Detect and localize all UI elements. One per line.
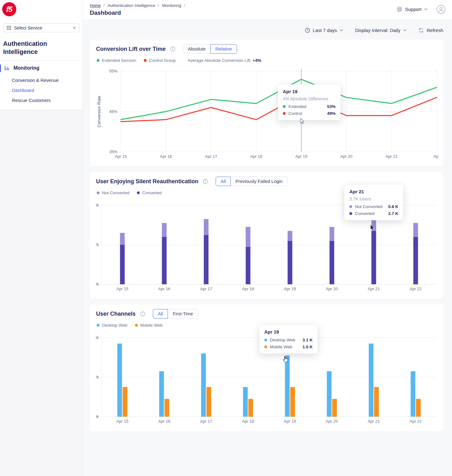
bar-mobile-web[interactable] bbox=[207, 387, 211, 417]
sidebar-item-monitoring[interactable]: Monitoring bbox=[0, 61, 83, 74]
x-axis-tick: Apr 15 bbox=[116, 419, 128, 424]
bar-mobile-web[interactable] bbox=[164, 399, 169, 417]
bar-mobile-web[interactable] bbox=[123, 387, 127, 417]
toggle-previously-failed-login[interactable]: Previously Failed Login bbox=[230, 177, 288, 186]
legend-label: Desktop Web bbox=[102, 323, 127, 328]
x-axis-tick: Apr 21 bbox=[368, 419, 380, 424]
info-icon[interactable] bbox=[170, 46, 175, 52]
bar-segment-not-converted[interactable] bbox=[413, 223, 418, 237]
bar-mobile-web[interactable] bbox=[248, 399, 253, 417]
x-axis-tick: Apr 16 bbox=[160, 154, 172, 159]
select-service-label: Select Service bbox=[14, 25, 70, 30]
select-service-dropdown[interactable]: Select Service bbox=[3, 23, 79, 32]
tooltip-title: Apr 21 bbox=[349, 189, 398, 194]
bar-mobile-web[interactable] bbox=[290, 387, 295, 417]
bar-mobile-web[interactable] bbox=[374, 387, 379, 417]
sidebar-item-rescue-customers[interactable]: Rescue Customers bbox=[0, 95, 83, 105]
sidebar: f5 Select Service Authentication Intelli… bbox=[0, 0, 83, 476]
bar-mobile-web[interactable] bbox=[416, 399, 421, 417]
tooltip-row: Extended 53% bbox=[283, 104, 336, 109]
bar-segment-converted[interactable] bbox=[330, 241, 334, 284]
bar-segment-not-converted[interactable] bbox=[288, 231, 292, 241]
line-chart-conversion-lift[interactable]: 35%45%55%Apr 15Apr 16Apr 17Apr 18Apr 19A… bbox=[96, 66, 438, 162]
sidebar-item-conversion-revenue[interactable]: Conversion & Revenue bbox=[0, 75, 83, 85]
active-accent-bar bbox=[0, 64, 1, 72]
bar-segment-converted[interactable] bbox=[371, 231, 376, 284]
bar-desktop-web[interactable] bbox=[369, 344, 374, 417]
sidebar-item-dashboard[interactable]: Dashboard bbox=[0, 85, 83, 95]
legend-dot-blue bbox=[97, 324, 100, 327]
display-interval-dropdown[interactable]: Display Interval: Daily bbox=[355, 28, 406, 33]
main-area: Home Authentication Intelligence Monitor… bbox=[83, 0, 452, 476]
legend-label: Extended Session bbox=[102, 58, 136, 63]
legend-item-control-group: Control Group bbox=[144, 58, 176, 63]
bar-desktop-web[interactable] bbox=[243, 387, 248, 417]
toggle-all[interactable]: All bbox=[153, 309, 168, 318]
bar-desktop-web[interactable] bbox=[159, 371, 164, 417]
breadcrumb-separator-icon bbox=[158, 3, 159, 8]
bar-desktop-web[interactable] bbox=[201, 353, 206, 417]
tooltip-subtitle: 4% Absolute Difference bbox=[283, 96, 336, 101]
user-avatar[interactable] bbox=[436, 5, 446, 14]
refresh-label: Refresh bbox=[427, 28, 443, 33]
refresh-button[interactable]: Refresh bbox=[418, 28, 443, 33]
bar-chart-icon bbox=[4, 66, 10, 71]
support-menu[interactable]: Support bbox=[396, 6, 428, 12]
breadcrumb-auth-intelligence[interactable]: Authentication Intelligence bbox=[108, 3, 155, 8]
breadcrumb-separator-icon bbox=[103, 3, 105, 8]
x-axis-tick: Apr 15 bbox=[115, 154, 127, 159]
bar-segment-not-converted[interactable] bbox=[120, 233, 125, 245]
bar-segment-converted[interactable] bbox=[413, 237, 418, 284]
bar-segment-not-converted[interactable] bbox=[330, 227, 334, 241]
content: Last 7 days Display Interval: Daily bbox=[83, 20, 452, 449]
bar-segment-not-converted[interactable] bbox=[162, 223, 167, 237]
clock-icon bbox=[305, 28, 310, 33]
refresh-icon bbox=[418, 28, 424, 33]
legend: Extended Session Control Group Average A… bbox=[97, 58, 261, 63]
toggle-first-time[interactable]: First-Time bbox=[168, 309, 198, 318]
all-failed-login-toggle: All Previously Failed Login bbox=[216, 177, 288, 186]
breadcrumb-home[interactable]: Home bbox=[90, 3, 101, 8]
legend-label: Not Converted bbox=[102, 190, 129, 195]
bar-desktop-web[interactable] bbox=[285, 356, 290, 417]
sidebar-filler bbox=[0, 110, 83, 476]
info-icon[interactable] bbox=[203, 179, 208, 184]
bar-segment-converted[interactable] bbox=[246, 247, 250, 284]
info-icon[interactable] bbox=[140, 311, 145, 317]
x-axis-tick: Apr 16 bbox=[158, 286, 170, 291]
top-bar: Home Authentication Intelligence Monitor… bbox=[83, 0, 452, 20]
tooltip-row: Converted 2.7 K bbox=[349, 211, 398, 216]
x-axis-tick: Apr 21 bbox=[368, 286, 380, 291]
tooltip-row-label: Extended bbox=[288, 104, 306, 109]
time-range-dropdown[interactable]: Last 7 days bbox=[305, 28, 343, 33]
bar-segment-not-converted[interactable] bbox=[204, 219, 208, 235]
bar-segment-converted[interactable] bbox=[120, 245, 125, 284]
toggle-absolute[interactable]: Absolute bbox=[183, 44, 211, 54]
chart-tooltip: Apr 21 3.7K Users Not Converted 0.8 K Co… bbox=[344, 185, 403, 220]
x-axis-tick: Apr 19 bbox=[295, 154, 307, 159]
legend-item-not-converted: Not Converted bbox=[97, 190, 129, 195]
chevron-down-icon bbox=[340, 29, 343, 31]
tooltip-dot-red bbox=[283, 112, 286, 115]
tooltip-row: Desktop Web 3.1 K bbox=[264, 338, 313, 342]
toggle-all[interactable]: All bbox=[216, 177, 231, 186]
bar-desktop-web[interactable] bbox=[327, 371, 331, 417]
tooltip-dot-light-purple bbox=[349, 205, 352, 208]
bar-mobile-web[interactable] bbox=[332, 399, 337, 417]
bar-segment-converted[interactable] bbox=[204, 235, 208, 285]
x-axis-tick: Apr bbox=[433, 154, 438, 159]
tooltip-dot-dark-purple bbox=[349, 212, 352, 215]
toggle-relative[interactable]: Relative bbox=[210, 44, 237, 54]
average-lift-label: Average Absolute Conversion Lift: bbox=[188, 58, 251, 63]
breadcrumb-monitoring[interactable]: Monitoring bbox=[162, 3, 181, 8]
bar-desktop-web[interactable] bbox=[117, 344, 122, 417]
tooltip-row: Mobile Web 1.5 K bbox=[264, 345, 313, 349]
bar-desktop-web[interactable] bbox=[411, 371, 415, 417]
x-axis-tick: Apr 18 bbox=[242, 419, 254, 424]
bar-segment-converted[interactable] bbox=[162, 237, 167, 284]
bar-segment-converted[interactable] bbox=[288, 241, 292, 284]
bar-segment-not-converted[interactable] bbox=[246, 227, 250, 247]
x-axis-tick: Apr 16 bbox=[158, 419, 170, 424]
x-axis-tick: Apr 18 bbox=[242, 286, 254, 291]
f5-logo-text: f5 bbox=[6, 5, 12, 14]
